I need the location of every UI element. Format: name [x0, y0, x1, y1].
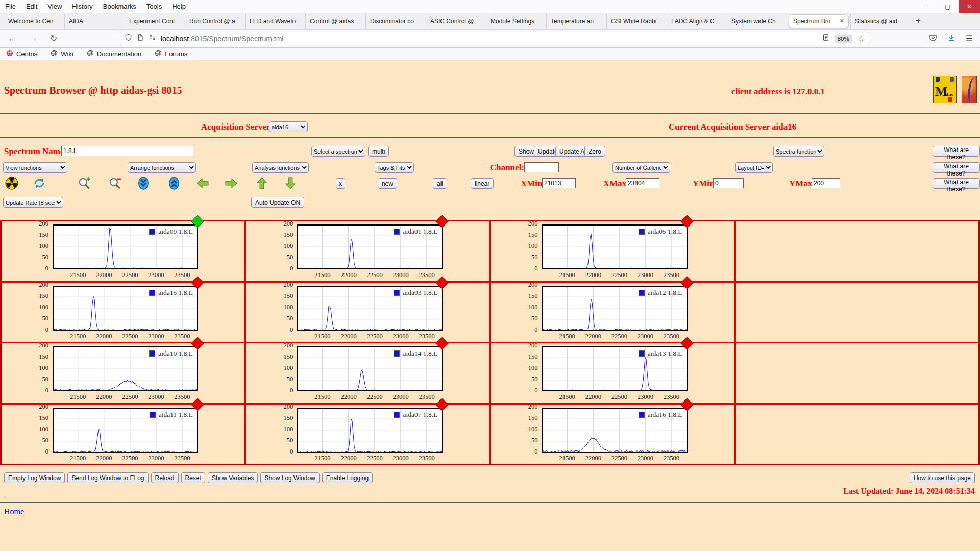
tab-discriminator-co[interactable]: Discriminator co — [365, 14, 426, 29]
what-are-these-button-2[interactable]: What are these? — [933, 162, 980, 173]
tab-fadc-align-c[interactable]: FADC Align & C — [667, 14, 727, 29]
minimize-icon[interactable]: – — [916, 0, 937, 13]
address-bar[interactable]: localhost:8015/Spectrum/Spectrum.tml 80%… — [120, 32, 869, 45]
reload-button[interactable]: Reload — [151, 472, 179, 483]
tab-system-wide-ch[interactable]: System wide Ch — [727, 14, 787, 29]
multi-button[interactable]: multi — [368, 146, 389, 157]
panel-legend: aida10 1.8.L — [109, 349, 193, 358]
back-button[interactable]: ← — [8, 34, 17, 44]
enable-logging-button[interactable]: Enable Logging — [322, 472, 373, 483]
tab-aida[interactable]: AIDA — [64, 14, 125, 29]
xmin-input[interactable] — [542, 178, 576, 188]
tab-label: ASIC Control @ — [430, 18, 482, 25]
menu-file[interactable]: File — [0, 3, 21, 10]
what-are-these-button-1[interactable]: What are these? — [933, 146, 980, 157]
refresh-icon[interactable] — [33, 177, 46, 190]
what-are-these-button-3[interactable]: What are these? — [933, 178, 980, 189]
arrow-left-icon[interactable] — [196, 177, 209, 190]
select-a-spectrum[interactable]: Select a spectrum — [311, 146, 365, 157]
forward-button[interactable]: → — [29, 34, 38, 44]
reader-mode-icon[interactable] — [822, 34, 829, 43]
zero-button[interactable]: Zero — [584, 146, 605, 157]
tab-module-settings[interactable]: Module Settings — [486, 14, 546, 29]
ymin-input[interactable] — [713, 178, 744, 188]
tab-spectrum-bro[interactable]: Spectrum Bro✕ — [789, 14, 849, 28]
linear-button[interactable]: linear — [471, 178, 494, 189]
show-variables-button[interactable]: Show Variables — [208, 472, 258, 483]
tab-led-and-wavefo[interactable]: LED and Wavefo — [245, 14, 305, 29]
menu-history[interactable]: History — [67, 3, 97, 10]
tab-control-aidas[interactable]: Control @ aidas — [305, 14, 365, 29]
radiation-icon[interactable] — [5, 177, 18, 190]
menu-edit[interactable]: Edit — [21, 3, 42, 10]
new-tab-button[interactable]: + — [911, 16, 926, 26]
arrow-down-icon[interactable] — [284, 177, 297, 190]
menu-tools[interactable]: Tools — [141, 3, 167, 10]
menu-bookmarks[interactable]: Bookmarks — [98, 3, 141, 10]
tab-asic-control[interactable]: ASIC Control @ — [426, 14, 486, 29]
show-log-window-button[interactable]: Show Log Window — [260, 472, 319, 483]
maximize-icon[interactable]: ▢ — [937, 0, 959, 13]
xmax-input[interactable] — [626, 178, 659, 188]
shield-icon[interactable] — [125, 34, 132, 43]
reset-button[interactable]: Reset — [181, 472, 205, 483]
reload-button[interactable]: ↻ — [50, 33, 57, 44]
expand-up-icon[interactable] — [167, 177, 181, 190]
spectrum-cell: 0501001502002150022000225002300023500aid… — [2, 283, 244, 342]
tags-fits-select[interactable]: Tags & Fits — [375, 162, 414, 173]
x-axis-label: 23500 — [656, 271, 687, 279]
arrange-functions-select[interactable]: Arrange functions — [128, 162, 196, 173]
empty-log-window-button[interactable]: Empty Log Window — [4, 472, 65, 483]
menu-view[interactable]: View — [42, 3, 67, 10]
home-link[interactable]: Home — [4, 507, 24, 516]
globe-icon — [87, 49, 94, 58]
hamburger-menu-icon[interactable]: ☰ — [966, 34, 973, 43]
tab-statistics-aid[interactable]: Statistics @ aid — [850, 14, 911, 29]
send-log-window-to-elog-button[interactable]: Send Log Window to ELog — [67, 472, 148, 483]
download-icon[interactable] — [947, 34, 955, 44]
all-button[interactable]: all — [433, 178, 447, 189]
spectra-functions-select[interactable]: Spectra functions — [773, 146, 824, 157]
bookmark-item-centos[interactable]: Centos — [6, 49, 37, 58]
zoom-out-icon[interactable] — [108, 177, 121, 190]
x-button[interactable]: x — [336, 178, 345, 189]
bookmark-item-documentation[interactable]: Documentation — [87, 49, 141, 58]
window-controls: – ▢ ✕ — [916, 0, 980, 13]
y-axis-label: 50 — [260, 315, 293, 322]
tab-temperature-an[interactable]: Temperature an — [546, 14, 606, 29]
close-icon[interactable]: ✕ — [959, 0, 980, 13]
bookmark-item-wiki[interactable]: Wiki — [51, 49, 74, 58]
tab-gsi-white-rabbi[interactable]: GSI White Rabbi — [606, 14, 667, 29]
how-to-use-button[interactable]: How to use this page — [910, 472, 975, 483]
tab-experiment-cont[interactable]: Experiment Cont — [125, 14, 185, 29]
new-button[interactable]: new — [378, 178, 397, 189]
galleries-select[interactable]: Number of Galleries — [612, 162, 670, 173]
page-info-icon[interactable] — [137, 34, 144, 43]
permissions-icon[interactable] — [149, 34, 156, 43]
footer-buttons: Empty Log WindowSend Log Window to ELogR… — [4, 472, 373, 483]
bookmark-star-icon[interactable]: ☆ — [857, 34, 865, 43]
analysis-functions-select[interactable]: Analysis functions — [252, 162, 309, 173]
pocket-icon[interactable] — [929, 34, 937, 44]
menu-help[interactable]: Help — [167, 3, 191, 10]
update-rate-select[interactable]: Update Rate (8 secs) — [3, 197, 63, 208]
channel-input[interactable] — [524, 162, 559, 172]
spectrum-name-input[interactable] — [61, 146, 193, 156]
collapse-down-icon[interactable] — [137, 177, 150, 190]
layout-select[interactable]: Layout ID=3 — [735, 162, 773, 173]
y-axis-label: 0 — [505, 326, 538, 334]
ymax-input[interactable] — [812, 178, 840, 188]
arrow-up-icon[interactable] — [255, 177, 268, 190]
bookmark-item-forums[interactable]: Forums — [155, 49, 187, 58]
url-host: localhost — [161, 35, 189, 43]
auto-update-button[interactable]: Auto Update ON — [251, 197, 304, 208]
tab-run-control-a[interactable]: Run Control @ a — [185, 14, 245, 29]
zoom-in-icon[interactable] — [78, 177, 91, 190]
tab-close-icon[interactable]: ✕ — [840, 18, 844, 24]
zoom-level-badge[interactable]: 80% — [835, 35, 852, 43]
x-axis-label: 23500 — [656, 393, 687, 401]
tab-welcome-to-cen[interactable]: Welcome to Cen — [4, 14, 64, 29]
view-functions-select[interactable]: View functions — [3, 162, 67, 173]
arrow-right-icon[interactable] — [225, 177, 238, 190]
acquisition-server-select[interactable]: aida16 — [269, 121, 308, 132]
